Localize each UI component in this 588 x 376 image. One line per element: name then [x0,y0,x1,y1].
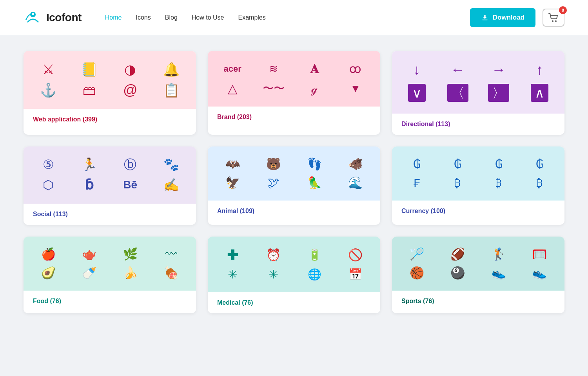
card-icon: acer [224,65,241,73]
card-icon: ɓ [85,178,94,192]
nav-examples[interactable]: Examples [238,14,265,21]
main-nav: Home Icons Blog How to Use Examples [105,14,470,21]
nav-how-to-use[interactable]: How to Use [192,14,224,21]
card-preview-web-application: ⚔ 📒 ◑ 🔔 ⚓ 🗃 @ 📋 [24,51,196,109]
card-preview-directional: ↓ ← → ↑ ∨ 〈 〉 ∧ [392,51,564,114]
card-icon: 🕊 [268,177,279,189]
card-icon: ₿ [455,177,461,189]
card-title-social: Social (113) [33,211,68,217]
svg-point-1 [32,13,34,15]
category-card-animal[interactable]: 🦇 🐻 👣 🐗 🦅 🕊 🦜 🌊 Animal (109) [208,146,380,225]
card-preview-food: 🍎 🫖 🌿 〰 🥑 🍼 🍌 🍖 [24,237,196,291]
card-icon: 🔔 [163,63,180,76]
category-grid: ⚔ 📒 ◑ 🔔 ⚓ 🗃 @ 📋 Web application (399) ac… [24,51,564,313]
card-icon: 🍎 [41,248,56,260]
card-preview-animal: 🦇 🐻 👣 🐗 🦅 🕊 🦜 🌊 [208,146,380,201]
card-icon: ₿ [537,177,543,189]
card-icon: 🏌️ [492,248,506,260]
card-icon: ℊ [311,82,318,95]
category-card-medical[interactable]: ✚ ⏰ 🔋 🚫 ✳ ✳ 🌐 📅 Medical (76) [208,237,380,313]
card-icon: 🍖 [164,267,178,279]
card-icon: ↑ [536,63,543,77]
card-icon: 〜〜 [263,83,285,94]
cart-button[interactable]: 0 [543,9,564,27]
category-card-brand[interactable]: acer ≋ 𝐀 ꝏ △ 〜〜 ℊ ▼ Brand (203) [208,51,380,135]
nav-blog[interactable]: Blog [165,14,178,21]
card-footer-web-application: Web application (399) [24,109,196,130]
card-icon: 🐻 [266,158,281,170]
card-icon: 🦇 [225,158,240,170]
card-icon: ⓑ [124,158,136,171]
card-icon: ← [451,63,465,77]
download-button[interactable]: Download [470,8,535,27]
card-footer-food: Food (76) [24,291,196,312]
card-icon: @ [123,83,138,97]
svg-rect-2 [482,20,487,20]
card-icon: ₣ [414,177,420,189]
download-label: Download [493,14,524,22]
card-icon: 🍼 [82,267,96,279]
card-icon: 🫖 [82,248,96,260]
card-preview-medical: ✚ ⏰ 🔋 🚫 ✳ ✳ 🌐 📅 [208,237,380,292]
card-icon: ✍ [163,179,179,191]
card-icon: 📅 [348,269,362,280]
card-icon: ₲ [536,158,543,170]
card-icon: 🦜 [307,177,322,189]
card-icon: ✳ [228,269,238,280]
card-title-food: Food (76) [33,298,61,304]
card-icon: 👟 [492,267,506,279]
card-footer-brand: Brand (203) [208,107,380,128]
svg-point-3 [552,20,554,22]
card-icon: ₲ [454,158,461,170]
card-preview-social: ⑤ 🏃 ⓑ 🐾 ⬡ ɓ Bē ✍ [24,146,196,204]
nav-icons[interactable]: Icons [136,14,151,21]
card-icon: ⚓ [40,83,56,97]
card-icon: 👣 [307,158,322,170]
card-icon: 🚫 [348,249,363,261]
header-actions: Download 0 [470,8,564,27]
card-icon: 🏸 [410,248,424,260]
card-icon: 🥑 [41,267,56,279]
card-icon: 🏀 [410,267,424,279]
card-icon: ∨ [408,84,426,102]
card-footer-animal: Animal (109) [208,201,380,222]
card-icon: 〉 [488,84,509,102]
card-icon: 🐾 [163,158,179,171]
card-icon: ⏰ [266,249,281,261]
card-icon: 〰 [165,248,177,260]
card-footer-currency: Currency (100) [392,201,564,222]
card-icon: ⚔ [42,63,54,76]
category-card-directional[interactable]: ↓ ← → ↑ ∨ 〈 〉 ∧ Directional (113) [392,51,564,135]
card-icon: 🐗 [348,158,363,170]
category-card-currency[interactable]: ₲ ₲ ₲ ₲ ₣ ₿ ₿ ₿ Currency (100) [392,146,564,225]
card-icon: 🎱 [450,267,465,279]
card-icon: 〈 [447,84,468,102]
card-icon: 🏈 [450,248,465,260]
cart-badge: 0 [559,6,567,14]
card-icon: ⬡ [43,179,54,191]
logo-icon [24,8,42,27]
category-card-sports[interactable]: 🏸 🏈 🏌️ 🥅 🏀 🎱 👟 👟 Sports (76) [392,237,564,313]
card-icon: 🏃 [82,158,97,171]
nav-home[interactable]: Home [105,14,122,21]
logo[interactable]: Icofont [24,8,82,27]
card-icon: ≋ [269,63,278,74]
card-title-web-application: Web application (399) [33,116,97,123]
card-icon: 📋 [163,83,180,97]
card-icon: ✳ [269,269,278,280]
category-card-social[interactable]: ⑤ 🏃 ⓑ 🐾 ⬡ ɓ Bē ✍ Social (113) [24,146,196,225]
category-card-food[interactable]: 🍎 🫖 🌿 〰 🥑 🍼 🍌 🍖 Food (76) [24,237,196,313]
card-icon: ₲ [413,158,421,170]
card-icon: ₿ [496,177,502,189]
card-footer-social: Social (113) [24,204,196,225]
card-footer-directional: Directional (113) [392,114,564,135]
logo-text: Icofont [46,11,82,24]
card-footer-sports: Sports (76) [392,291,564,312]
category-card-web-application[interactable]: ⚔ 📒 ◑ 🔔 ⚓ 🗃 @ 📋 Web application (399) [24,51,196,135]
card-icon: 🌐 [308,269,321,280]
card-icon: ꝏ [349,63,361,75]
card-icon: ✚ [227,248,238,262]
card-icon: 🍌 [123,267,138,279]
card-icon: Bē [123,179,137,190]
card-title-directional: Directional (113) [401,121,450,127]
